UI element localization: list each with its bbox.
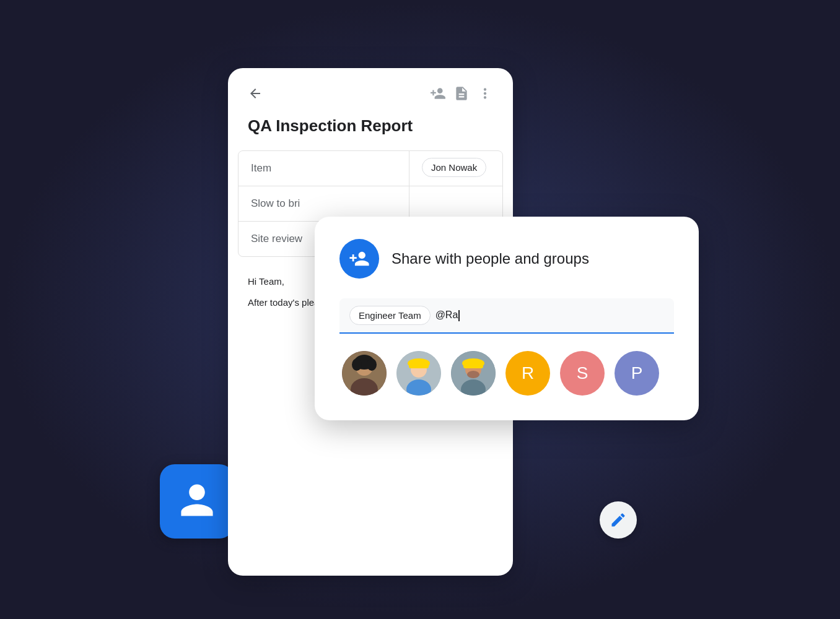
avatar-s-letter: S <box>577 363 588 383</box>
avatar-person1[interactable] <box>342 351 387 396</box>
text-cursor <box>458 310 460 321</box>
document-button[interactable] <box>453 85 470 102</box>
input-text-value: @Ra <box>435 310 458 320</box>
avatar-r[interactable]: R <box>505 351 550 396</box>
avatar-p-letter: P <box>631 363 643 383</box>
svg-point-15 <box>467 371 479 378</box>
back-button[interactable] <box>248 86 263 101</box>
blue-icon-card <box>160 464 234 539</box>
edit-fab-button[interactable] <box>600 501 637 539</box>
share-text-input[interactable]: @Ra <box>435 310 664 321</box>
doc-header <box>228 68 513 111</box>
avatar-person3[interactable] <box>451 351 496 396</box>
page-title: QA Inspection Report <box>228 111 513 150</box>
table-cell-item-value: Jon Nowak <box>409 151 502 186</box>
add-person-button[interactable] <box>430 85 446 102</box>
avatar-s[interactable]: S <box>560 351 605 396</box>
share-dialog: Share with people and groups Engineer Te… <box>315 217 699 420</box>
avatar-p[interactable]: P <box>615 351 659 396</box>
name-chip: Jon Nowak <box>422 158 486 177</box>
share-header: Share with people and groups <box>339 239 674 279</box>
share-icon-circle <box>339 239 379 279</box>
doc-nav-icons <box>430 85 493 102</box>
table-row: Item Jon Nowak <box>238 151 502 186</box>
svg-point-5 <box>367 358 377 371</box>
table-cell-slow-label: Slow to bri <box>238 186 409 221</box>
share-input-area[interactable]: Engineer Team @Ra <box>339 298 674 334</box>
avatar-r-letter: R <box>522 363 534 383</box>
svg-rect-9 <box>409 365 429 368</box>
more-options-button[interactable] <box>477 85 493 102</box>
engineer-team-chip[interactable]: Engineer Team <box>349 306 431 325</box>
avatar-row: R S P <box>339 351 674 396</box>
share-title: Share with people and groups <box>392 250 589 267</box>
person-icon <box>177 480 217 522</box>
avatar-person2[interactable] <box>396 351 441 396</box>
table-cell-slow-value <box>409 186 502 221</box>
table-cell-item-label: Item <box>238 151 409 186</box>
svg-rect-14 <box>463 365 483 368</box>
svg-point-4 <box>352 358 362 371</box>
